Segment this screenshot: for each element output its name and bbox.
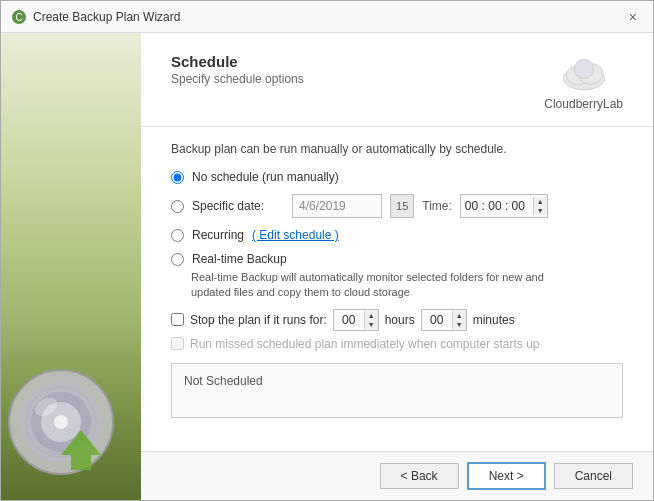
content-area: Schedule Specify schedule options Cloudb…: [1, 33, 653, 500]
time-label: Time:: [422, 199, 452, 213]
schedule-preview: Not Scheduled: [171, 363, 623, 418]
date-input[interactable]: [292, 194, 382, 218]
run-missed-label: Run missed scheduled plan immediately wh…: [190, 337, 540, 351]
sidebar: [1, 33, 141, 500]
svg-text:C: C: [15, 12, 22, 23]
run-missed-row: Run missed scheduled plan immediately wh…: [171, 337, 623, 351]
realtime-description: Real-time Backup will automatically moni…: [191, 270, 571, 301]
no-schedule-radio[interactable]: [171, 171, 184, 184]
sidebar-decoration: [6, 357, 126, 480]
time-input-group: ▲ ▼: [460, 194, 548, 218]
header-section: Schedule Specify schedule options Cloudb…: [141, 33, 653, 127]
hours-unit: hours: [385, 313, 415, 327]
hours-spinners: ▲ ▼: [364, 311, 378, 329]
specific-date-radio[interactable]: [171, 200, 184, 213]
realtime-label[interactable]: Real-time Backup: [192, 252, 287, 266]
stop-plan-label[interactable]: Stop the plan if it runs for:: [190, 313, 327, 327]
title-bar: C Create Backup Plan Wizard ×: [1, 1, 653, 33]
minutes-input-group: ▲ ▼: [421, 309, 467, 331]
main-panel: Schedule Specify schedule options Cloudb…: [141, 33, 653, 500]
stop-plan-checkbox[interactable]: [171, 313, 184, 326]
specific-date-label[interactable]: Specific date:: [192, 199, 264, 213]
recurring-option[interactable]: Recurring ( Edit schedule ): [171, 228, 623, 242]
page-title: Schedule: [171, 53, 304, 70]
footer-section: < Back Next > Cancel: [141, 451, 653, 500]
stop-plan-row: Stop the plan if it runs for: ▲ ▼ hours …: [171, 309, 623, 331]
minutes-input[interactable]: [422, 313, 452, 327]
page-subtitle: Specify schedule options: [171, 72, 304, 86]
specific-date-option[interactable]: Specific date: 15 Time: ▲ ▼: [171, 194, 623, 218]
hours-input[interactable]: [334, 313, 364, 327]
realtime-radio[interactable]: [171, 253, 184, 266]
time-input[interactable]: [461, 199, 533, 213]
svg-point-14: [574, 59, 593, 78]
intro-text: Backup plan can be run manually or autom…: [171, 142, 623, 156]
recurring-radio[interactable]: [171, 229, 184, 242]
title-bar-left: C Create Backup Plan Wizard: [11, 9, 180, 25]
preview-text: Not Scheduled: [184, 374, 263, 388]
upload-icon: [56, 425, 106, 475]
calendar-button[interactable]: 15: [390, 194, 414, 218]
no-schedule-option[interactable]: No schedule (run manually): [171, 170, 623, 184]
minutes-down-button[interactable]: ▼: [453, 320, 466, 329]
cancel-button[interactable]: Cancel: [554, 463, 633, 489]
time-up-button[interactable]: ▲: [534, 197, 547, 206]
minutes-spinners: ▲ ▼: [452, 311, 466, 329]
next-button[interactable]: Next >: [467, 462, 546, 490]
run-missed-checkbox[interactable]: [171, 337, 184, 350]
back-button[interactable]: < Back: [380, 463, 459, 489]
no-schedule-label[interactable]: No schedule (run manually): [192, 170, 339, 184]
minutes-unit: minutes: [473, 313, 515, 327]
date-row: 15 Time: ▲ ▼: [292, 194, 548, 218]
logo-area: CloudberryLab: [544, 53, 623, 111]
window-title: Create Backup Plan Wizard: [33, 10, 180, 24]
logo-text: CloudberryLab: [544, 97, 623, 111]
svg-marker-10: [61, 430, 101, 470]
form-section: Backup plan can be run manually or autom…: [141, 127, 653, 451]
wizard-window: C Create Backup Plan Wizard ×: [0, 0, 654, 501]
close-button[interactable]: ×: [623, 8, 643, 26]
realtime-container: Real-time Backup Real-time Backup will a…: [171, 252, 623, 309]
specific-date-container: Specific date: 15 Time: ▲ ▼: [171, 194, 623, 218]
time-down-button[interactable]: ▼: [534, 206, 547, 215]
hours-up-button[interactable]: ▲: [365, 311, 378, 320]
app-icon: C: [11, 9, 27, 25]
realtime-option[interactable]: Real-time Backup: [171, 252, 623, 266]
recurring-label[interactable]: Recurring: [192, 228, 244, 242]
edit-schedule-link[interactable]: ( Edit schedule ): [252, 228, 339, 242]
hours-down-button[interactable]: ▼: [365, 320, 378, 329]
schedule-radio-group: No schedule (run manually) Specific date…: [171, 170, 623, 309]
header-text: Schedule Specify schedule options: [171, 53, 304, 86]
time-spinners: ▲ ▼: [533, 197, 547, 215]
cloudberry-logo-icon: [560, 53, 608, 93]
hours-input-group: ▲ ▼: [333, 309, 379, 331]
minutes-up-button[interactable]: ▲: [453, 311, 466, 320]
